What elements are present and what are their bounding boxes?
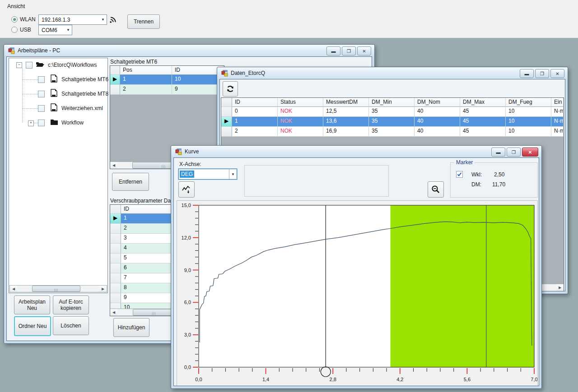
column-header[interactable]: MesswertDM: [323, 98, 369, 107]
row-header-cell[interactable]: [110, 85, 120, 95]
scroll-left-arrow[interactable]: ◀: [10, 286, 17, 292]
row-header-cell[interactable]: [110, 224, 121, 234]
row-header-cell[interactable]: [110, 234, 121, 244]
tree-item-label[interactable]: Schaltgetriebe MT8: [61, 91, 108, 97]
row-header-cell[interactable]: [221, 127, 232, 137]
wlan-ip-combobox[interactable]: 192.168.1.3 ▼: [38, 14, 107, 25]
maximize-button[interactable]: ❐: [342, 46, 356, 55]
grid-cell[interactable]: 40: [415, 117, 460, 127]
titlebar-daten[interactable]: Daten_EtorcQ: [217, 67, 568, 79]
tree-root-label[interactable]: c:\EtorcQ\Workflows: [48, 62, 97, 68]
column-header[interactable]: ID: [172, 66, 224, 75]
marker-checkbox[interactable]: [456, 171, 463, 178]
grid-cell[interactable]: 35: [369, 127, 415, 137]
column-header[interactable]: ID: [232, 98, 278, 107]
marker-drag-handle[interactable]: [321, 367, 331, 377]
scrollbar-thumb[interactable]: |||: [32, 286, 81, 292]
grid-cell[interactable]: 45: [460, 107, 506, 117]
chevron-down-icon[interactable]: ▼: [99, 18, 107, 22]
grid-cell[interactable]: 10: [506, 117, 551, 127]
grid-cell[interactable]: N·m: [551, 127, 564, 137]
tree-item-label[interactable]: Weiterziehen.xml: [61, 105, 103, 111]
com-port-combobox[interactable]: COM6 ▼: [38, 25, 72, 35]
expand-icon[interactable]: +: [28, 120, 34, 126]
current-row-arrow[interactable]: ▶: [221, 117, 232, 127]
table-row[interactable]: ▶110: [110, 75, 224, 85]
column-header[interactable]: DM_Fueg: [506, 98, 551, 107]
new-workplan-button[interactable]: Arbeitsplan Neu: [14, 295, 50, 314]
minimize-button[interactable]: ▬: [491, 148, 505, 157]
xaxis-combobox[interactable]: DEG ▼: [178, 169, 237, 180]
row-header-cell[interactable]: [110, 244, 121, 254]
tree-checkbox[interactable]: [38, 105, 45, 112]
close-button[interactable]: ✕: [550, 69, 564, 78]
column-header[interactable]: Status: [278, 98, 323, 107]
scroll-right-arrow[interactable]: ▶: [556, 284, 564, 291]
grid-cell[interactable]: 1: [232, 117, 278, 127]
scroll-right-arrow[interactable]: ▶: [99, 286, 107, 292]
grid-cell[interactable]: 12,5: [323, 107, 369, 117]
row-header-cell[interactable]: [110, 293, 121, 303]
new-folder-button[interactable]: Ordner Neu: [14, 316, 51, 336]
tree-checkbox[interactable]: [38, 76, 45, 83]
minimize-button[interactable]: ▬: [326, 46, 340, 55]
titlebar-arbeitsplaene[interactable]: Arbeitspläne - PC: [4, 45, 374, 56]
grid-cell[interactable]: 45: [460, 127, 506, 137]
grid-cell[interactable]: NOK: [278, 117, 323, 127]
close-button[interactable]: ✕: [522, 148, 538, 157]
show-curve-button[interactable]: [178, 181, 195, 198]
grid-cell[interactable]: 45: [460, 117, 506, 127]
row-header-cell[interactable]: [221, 107, 232, 117]
row-header-cell[interactable]: [110, 273, 121, 283]
grid-cell[interactable]: 40: [415, 107, 460, 117]
remove-button[interactable]: Entfernen: [112, 173, 149, 191]
tree-horizontal-scrollbar[interactable]: ◀ ||| ▶: [9, 285, 107, 292]
current-row-arrow[interactable]: ▶: [110, 75, 120, 85]
collapse-icon[interactable]: −: [16, 62, 22, 68]
titlebar-kurve[interactable]: Kurve: [171, 146, 541, 157]
table-row[interactable]: 29: [110, 85, 224, 95]
maximize-button[interactable]: ❐: [535, 69, 549, 78]
copy-to-etorc-button[interactable]: Auf E-torc kopieren: [53, 295, 89, 314]
table-row[interactable]: 0NOK12,535404510N·m: [221, 107, 564, 117]
grid-cell[interactable]: 35: [369, 107, 415, 117]
grid-cell[interactable]: 9: [172, 85, 224, 95]
disconnect-button[interactable]: Trennen: [127, 14, 160, 29]
zoom-button[interactable]: [428, 181, 444, 198]
grid-cell[interactable]: 10: [506, 107, 551, 117]
grid-cell[interactable]: NOK: [278, 127, 323, 137]
menu-ansicht[interactable]: Ansicht: [5, 2, 27, 10]
tree-item-label[interactable]: Schaltgetriebe MT6: [61, 76, 108, 83]
current-row-arrow[interactable]: ▶: [110, 214, 121, 224]
scrollbar-thumb[interactable]: |||: [133, 309, 175, 316]
delete-button[interactable]: Löschen: [53, 316, 89, 335]
tree-checkbox[interactable]: [38, 91, 45, 97]
grid-cell[interactable]: 16,9: [323, 127, 369, 137]
scroll-left-arrow[interactable]: ◀: [110, 309, 117, 316]
column-header[interactable]: Pos: [120, 66, 172, 75]
row-header-cell[interactable]: [110, 283, 121, 293]
column-header[interactable]: Ein: [551, 98, 564, 107]
grid-cell[interactable]: 2: [120, 85, 172, 95]
grid-cell[interactable]: N·m: [551, 107, 564, 117]
chevron-down-icon[interactable]: ▼: [229, 169, 237, 179]
maximize-button[interactable]: ❐: [507, 148, 521, 157]
wlan-radio[interactable]: [11, 16, 18, 23]
tree-checkbox[interactable]: [38, 120, 45, 126]
close-button[interactable]: ✕: [357, 46, 371, 55]
table-row[interactable]: 2NOK16,935404510N·m: [221, 127, 564, 137]
usb-radio[interactable]: [11, 27, 18, 33]
refresh-button[interactable]: [223, 81, 238, 97]
minimize-button[interactable]: ▬: [520, 69, 534, 78]
add-button[interactable]: Hinzufügen: [113, 318, 149, 337]
grid-cell[interactable]: N·m: [551, 117, 564, 127]
wifi-signal-icon[interactable]: [109, 16, 117, 23]
grid-cell[interactable]: 2: [232, 127, 278, 137]
grid-cell[interactable]: 13,6: [323, 117, 369, 127]
grid-cell[interactable]: 40: [415, 127, 460, 137]
grid-cell[interactable]: 10: [506, 127, 551, 137]
grid-cell[interactable]: 1: [120, 75, 172, 85]
scroll-left-arrow[interactable]: ◀: [110, 162, 117, 169]
grid-cell[interactable]: 10: [172, 75, 224, 85]
row-header-cell[interactable]: [110, 263, 121, 273]
